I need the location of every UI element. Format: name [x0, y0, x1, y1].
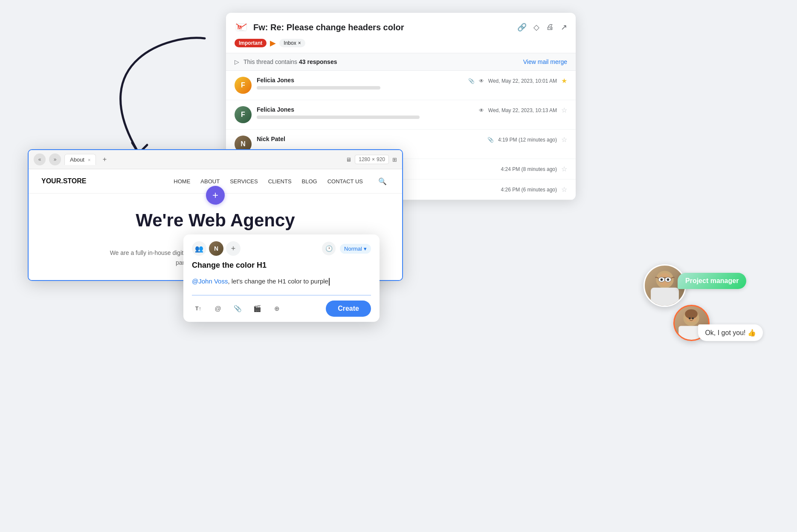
- layout-icon[interactable]: ⊞: [392, 156, 397, 163]
- task-time-icon[interactable]: 🕐: [322, 242, 336, 255]
- message-meta-1: 📎 👁 Wed, May 22, 2023, 10:01 AM ★: [468, 77, 567, 85]
- svg-point-16: [692, 317, 694, 319]
- external-icon[interactable]: ↗: [561, 23, 567, 32]
- nav-about[interactable]: ABOUT: [200, 178, 220, 185]
- view-icon-2: 👁: [479, 107, 484, 113]
- browser-tab-about[interactable]: About ×: [64, 154, 96, 165]
- task-footer: T↑ @ 📎 🎬 ⊕ Create: [183, 295, 380, 322]
- star-icon-5[interactable]: ☆: [561, 185, 567, 194]
- svg-text:M: M: [238, 25, 242, 31]
- send-icon: ▷: [235, 58, 239, 65]
- add-content-btn[interactable]: +: [206, 186, 225, 205]
- device-icon[interactable]: 🖥: [346, 156, 351, 163]
- task-priority-dropdown[interactable]: Normal ▾: [340, 244, 371, 254]
- task-mention: @John Voss: [192, 278, 228, 285]
- task-body-text: , let's change the H1 color to purple: [228, 278, 328, 285]
- view-mail-merge-link[interactable]: View mail merge: [523, 58, 567, 65]
- star-icon-1[interactable]: ★: [561, 77, 567, 85]
- star-icon-2[interactable]: ☆: [561, 106, 567, 114]
- svg-point-8: [661, 278, 663, 281]
- tab-add-btn[interactable]: +: [99, 154, 110, 165]
- chevron-down-icon: ▾: [364, 246, 367, 252]
- video-icon[interactable]: 🎬: [251, 302, 264, 315]
- ok-got-you-bubble: Ok, I got you! 👍: [698, 324, 763, 341]
- message-time-4: 4:24 PM (8 minutes ago): [501, 166, 557, 172]
- attachment-icon-3: 📎: [487, 137, 494, 143]
- message-time-1: Wed, May 22, 2023, 10:01 AM: [488, 78, 557, 84]
- task-body[interactable]: @John Voss, let's change the H1 color to…: [183, 273, 380, 290]
- priority-icon: ▶: [270, 38, 276, 48]
- avatar-felicia-2: F: [235, 106, 252, 123]
- mention-icon[interactable]: @: [212, 302, 224, 315]
- view-icon-1: 👁: [479, 78, 484, 84]
- nav-blog[interactable]: BLOG: [302, 178, 317, 185]
- gmail-message-2[interactable]: F Felicia Jones 👁 Wed, May 22, 2023, 10:…: [226, 100, 576, 130]
- star-icon-4[interactable]: ☆: [561, 165, 567, 173]
- svg-rect-4: [651, 288, 679, 306]
- nav-clients[interactable]: CLIENTS: [268, 178, 292, 185]
- task-user-avatar: N: [209, 241, 223, 256]
- gmail-header: M Fw: Re: Please change headers color 🔗 …: [226, 13, 576, 53]
- hero-title: We're Web Agency: [41, 211, 389, 230]
- tab-close-btn[interactable]: ×: [88, 157, 90, 162]
- sender-name-1: Felicia Jones: [257, 77, 463, 84]
- sender-name-3: Nick Patel: [257, 136, 482, 142]
- inbox-close[interactable]: ×: [298, 40, 301, 46]
- message-preview-1: [257, 86, 380, 90]
- message-time-2: Wed, May 22, 2023, 10:13 AM: [488, 107, 557, 113]
- gmail-subject: Fw: Re: Please change headers color: [253, 23, 404, 32]
- chat-container: Project manager Ok, I got you! 👍: [643, 264, 763, 341]
- inbox-tag[interactable]: Inbox ×: [279, 39, 305, 47]
- task-people-icon[interactable]: 👥: [192, 241, 206, 256]
- nav-forward-btn[interactable]: »: [49, 153, 61, 165]
- message-preview-2: [257, 116, 420, 119]
- thread-count: This thread contains 43 responses: [243, 58, 337, 65]
- nav-services[interactable]: SERVICES: [230, 178, 258, 185]
- svg-point-9: [667, 278, 669, 281]
- link-icon[interactable]: 🔗: [517, 23, 527, 32]
- share-icon[interactable]: ⊕: [270, 302, 283, 315]
- message-time-3: 4:19 PM (12 minutes ago): [498, 137, 557, 143]
- tab-label: About: [70, 156, 84, 163]
- gmail-message-1[interactable]: F Felicia Jones 📎 👁 Wed, May 22, 2023, 1…: [226, 71, 576, 100]
- svg-point-15: [689, 317, 691, 319]
- nav-links: HOME ABOUT SERVICES CLIENTS BLOG CONTACT…: [174, 178, 363, 185]
- site-logo: YOUR.STORE: [41, 177, 87, 185]
- message-time-5: 4:26 PM (6 minutes ago): [501, 187, 557, 193]
- task-avatar-group: 👥 N +: [192, 241, 241, 256]
- sender-name-2: Felicia Jones: [257, 106, 474, 113]
- attachment-icon-1: 📎: [468, 78, 475, 84]
- task-title-area: Change the color H1: [183, 261, 380, 273]
- task-create-btn[interactable]: Create: [326, 301, 371, 317]
- gmail-thread-banner: ▷ This thread contains 43 responses View…: [226, 53, 576, 71]
- star-icon-3[interactable]: ☆: [561, 136, 567, 144]
- arrow-graphic: [43, 26, 222, 158]
- message-meta-3: 📎 4:19 PM (12 minutes ago) ☆: [487, 136, 567, 144]
- project-manager-bubble: Project manager: [678, 273, 746, 289]
- avatar-felicia-1: F: [235, 77, 252, 94]
- nav-back-btn[interactable]: «: [34, 153, 46, 165]
- search-btn[interactable]: 🔍: [376, 174, 389, 188]
- task-title: Change the color H1: [192, 261, 371, 270]
- gmail-icon: M: [235, 20, 248, 34]
- gmail-tags: Important ▶ Inbox ×: [235, 38, 567, 48]
- task-add-person-btn[interactable]: +: [226, 241, 241, 256]
- task-divider: [192, 295, 371, 295]
- task-panel: 👥 N + 🕐 Normal ▾ Change the color H1 @Jo…: [183, 234, 380, 322]
- bookmark-icon[interactable]: ◇: [533, 23, 539, 32]
- nav-home[interactable]: HOME: [174, 178, 190, 185]
- nav-contact[interactable]: CONTACT US: [327, 178, 363, 185]
- browser-bar: « » About × + 🖥 1280 × 920 ⊞: [29, 150, 402, 169]
- important-tag[interactable]: Important: [235, 39, 267, 47]
- message-meta-2: 👁 Wed, May 22, 2023, 10:13 AM ☆: [479, 106, 567, 114]
- gmail-actions: 🔗 ◇ 🖨 ↗: [517, 23, 567, 32]
- attach-icon[interactable]: 📎: [231, 302, 244, 315]
- device-controls: 🖥 1280 × 920 ⊞: [346, 155, 397, 164]
- print-icon[interactable]: 🖨: [546, 23, 554, 32]
- text-cursor: [329, 278, 330, 286]
- chat-area: Project manager Ok, I got you! 👍: [643, 264, 763, 341]
- task-header: 👥 N + 🕐 Normal ▾: [183, 234, 380, 261]
- text-format-icon[interactable]: T↑: [192, 302, 205, 315]
- dimension-display: 1280 × 920: [355, 155, 389, 164]
